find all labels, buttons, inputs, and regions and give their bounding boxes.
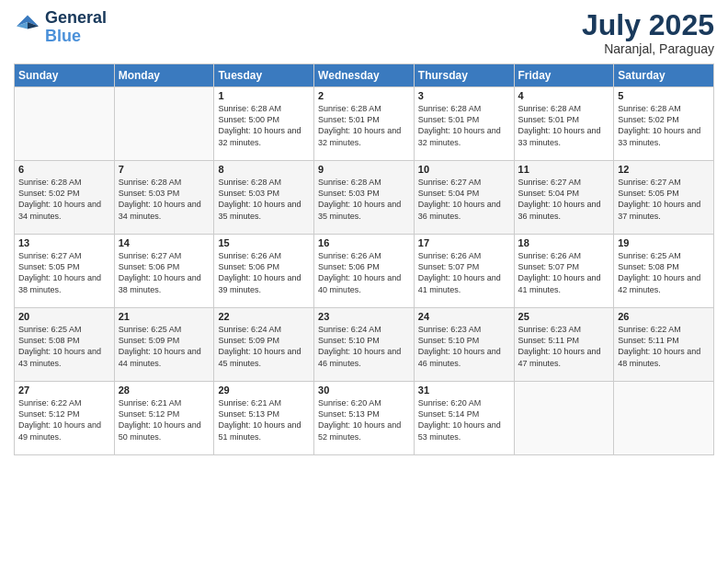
- cell-info: Sunrise: 6:28 AM Sunset: 5:03 PM Dayligh…: [318, 177, 410, 222]
- cell-info: Sunrise: 6:28 AM Sunset: 5:01 PM Dayligh…: [518, 103, 610, 148]
- calendar-cell: 31Sunrise: 6:20 AM Sunset: 5:14 PM Dayli…: [414, 382, 514, 455]
- cell-info: Sunrise: 6:27 AM Sunset: 5:04 PM Dayligh…: [518, 177, 610, 222]
- day-number: 28: [119, 385, 210, 396]
- calendar-cell: [614, 382, 714, 455]
- cell-info: Sunrise: 6:24 AM Sunset: 5:10 PM Dayligh…: [318, 324, 410, 369]
- logo-text: General Blue: [45, 9, 107, 46]
- cell-info: Sunrise: 6:28 AM Sunset: 5:01 PM Dayligh…: [318, 103, 410, 148]
- day-number: 16: [318, 237, 410, 248]
- cell-info: Sunrise: 6:25 AM Sunset: 5:08 PM Dayligh…: [18, 324, 110, 369]
- cell-info: Sunrise: 6:28 AM Sunset: 5:03 PM Dayligh…: [218, 177, 310, 222]
- day-number: 13: [18, 237, 110, 248]
- calendar-cell: 7Sunrise: 6:28 AM Sunset: 5:03 PM Daylig…: [114, 161, 214, 235]
- cell-info: Sunrise: 6:27 AM Sunset: 5:04 PM Dayligh…: [418, 177, 510, 222]
- cell-info: Sunrise: 6:28 AM Sunset: 5:02 PM Dayligh…: [18, 177, 110, 222]
- cell-info: Sunrise: 6:22 AM Sunset: 5:11 PM Dayligh…: [618, 324, 710, 369]
- header-row: Sunday Monday Tuesday Wednesday Thursday…: [15, 64, 714, 87]
- day-number: 29: [218, 385, 310, 396]
- calendar-cell: 15Sunrise: 6:26 AM Sunset: 5:06 PM Dayli…: [214, 235, 314, 308]
- logo: General Blue: [14, 9, 107, 46]
- cell-info: Sunrise: 6:21 AM Sunset: 5:12 PM Dayligh…: [119, 397, 210, 442]
- day-number: 11: [518, 164, 610, 175]
- day-number: 23: [318, 311, 410, 322]
- calendar-cell: 27Sunrise: 6:22 AM Sunset: 5:12 PM Dayli…: [15, 382, 115, 455]
- calendar-cell: [514, 382, 614, 455]
- day-number: 12: [618, 164, 710, 175]
- logo-line2: Blue: [45, 27, 81, 45]
- calendar-week-5: 27Sunrise: 6:22 AM Sunset: 5:12 PM Dayli…: [15, 382, 714, 455]
- calendar-cell: [114, 87, 214, 161]
- calendar-table: Sunday Monday Tuesday Wednesday Thursday…: [14, 63, 714, 455]
- calendar-cell: 14Sunrise: 6:27 AM Sunset: 5:06 PM Dayli…: [114, 235, 214, 308]
- calendar-cell: 18Sunrise: 6:26 AM Sunset: 5:07 PM Dayli…: [514, 235, 614, 308]
- calendar-cell: 28Sunrise: 6:21 AM Sunset: 5:12 PM Dayli…: [114, 382, 214, 455]
- col-friday: Friday: [514, 64, 614, 87]
- calendar-cell: 22Sunrise: 6:24 AM Sunset: 5:09 PM Dayli…: [214, 308, 314, 382]
- day-number: 18: [518, 237, 610, 248]
- day-number: 10: [418, 164, 510, 175]
- cell-info: Sunrise: 6:27 AM Sunset: 5:05 PM Dayligh…: [618, 177, 710, 222]
- day-number: 9: [318, 164, 410, 175]
- day-number: 17: [418, 237, 510, 248]
- calendar-cell: 11Sunrise: 6:27 AM Sunset: 5:04 PM Dayli…: [514, 161, 614, 235]
- day-number: 5: [618, 90, 710, 101]
- cell-info: Sunrise: 6:28 AM Sunset: 5:02 PM Dayligh…: [618, 103, 710, 148]
- calendar-cell: 30Sunrise: 6:20 AM Sunset: 5:13 PM Dayli…: [314, 382, 415, 455]
- calendar-week-3: 13Sunrise: 6:27 AM Sunset: 5:05 PM Dayli…: [15, 235, 714, 308]
- calendar-cell: 13Sunrise: 6:27 AM Sunset: 5:05 PM Dayli…: [15, 235, 115, 308]
- header: General Blue July 2025 Naranjal, Paragua…: [14, 9, 714, 56]
- day-number: 24: [418, 311, 510, 322]
- col-saturday: Saturday: [614, 64, 714, 87]
- day-number: 8: [218, 164, 310, 175]
- calendar-week-1: 1Sunrise: 6:28 AM Sunset: 5:00 PM Daylig…: [15, 87, 714, 161]
- day-number: 4: [518, 90, 610, 101]
- day-number: 14: [119, 237, 210, 248]
- calendar-page: General Blue July 2025 Naranjal, Paragua…: [0, 0, 728, 563]
- day-number: 21: [119, 311, 210, 322]
- logo-line1: General: [45, 9, 107, 28]
- day-number: 25: [518, 311, 610, 322]
- calendar-body: 1Sunrise: 6:28 AM Sunset: 5:00 PM Daylig…: [15, 87, 714, 455]
- calendar-cell: 6Sunrise: 6:28 AM Sunset: 5:02 PM Daylig…: [15, 161, 115, 235]
- col-monday: Monday: [114, 64, 214, 87]
- cell-info: Sunrise: 6:27 AM Sunset: 5:05 PM Dayligh…: [18, 250, 110, 295]
- calendar-cell: 21Sunrise: 6:25 AM Sunset: 5:09 PM Dayli…: [114, 308, 214, 382]
- col-tuesday: Tuesday: [214, 64, 314, 87]
- calendar-cell: 29Sunrise: 6:21 AM Sunset: 5:13 PM Dayli…: [214, 382, 314, 455]
- cell-info: Sunrise: 6:26 AM Sunset: 5:06 PM Dayligh…: [318, 250, 410, 295]
- calendar-header: Sunday Monday Tuesday Wednesday Thursday…: [15, 64, 714, 87]
- cell-info: Sunrise: 6:20 AM Sunset: 5:14 PM Dayligh…: [418, 397, 510, 442]
- calendar-cell: 1Sunrise: 6:28 AM Sunset: 5:00 PM Daylig…: [214, 87, 314, 161]
- cell-info: Sunrise: 6:26 AM Sunset: 5:07 PM Dayligh…: [518, 250, 610, 295]
- day-number: 27: [18, 385, 110, 396]
- day-number: 31: [418, 385, 510, 396]
- cell-info: Sunrise: 6:22 AM Sunset: 5:12 PM Dayligh…: [18, 397, 110, 442]
- location-subtitle: Naranjal, Paraguay: [582, 41, 714, 56]
- calendar-cell: [15, 87, 115, 161]
- logo-icon: [14, 14, 41, 41]
- col-thursday: Thursday: [414, 64, 514, 87]
- day-number: 3: [418, 90, 510, 101]
- cell-info: Sunrise: 6:28 AM Sunset: 5:00 PM Dayligh…: [218, 103, 310, 148]
- cell-info: Sunrise: 6:21 AM Sunset: 5:13 PM Dayligh…: [218, 397, 310, 442]
- day-number: 19: [618, 237, 710, 248]
- day-number: 6: [18, 164, 110, 175]
- calendar-cell: 26Sunrise: 6:22 AM Sunset: 5:11 PM Dayli…: [614, 308, 714, 382]
- calendar-week-2: 6Sunrise: 6:28 AM Sunset: 5:02 PM Daylig…: [15, 161, 714, 235]
- calendar-cell: 3Sunrise: 6:28 AM Sunset: 5:01 PM Daylig…: [414, 87, 514, 161]
- day-number: 22: [218, 311, 310, 322]
- calendar-cell: 4Sunrise: 6:28 AM Sunset: 5:01 PM Daylig…: [514, 87, 614, 161]
- day-number: 1: [218, 90, 310, 101]
- day-number: 30: [318, 385, 410, 396]
- calendar-week-4: 20Sunrise: 6:25 AM Sunset: 5:08 PM Dayli…: [15, 308, 714, 382]
- calendar-cell: 20Sunrise: 6:25 AM Sunset: 5:08 PM Dayli…: [15, 308, 115, 382]
- cell-info: Sunrise: 6:26 AM Sunset: 5:07 PM Dayligh…: [418, 250, 510, 295]
- cell-info: Sunrise: 6:26 AM Sunset: 5:06 PM Dayligh…: [218, 250, 310, 295]
- cell-info: Sunrise: 6:24 AM Sunset: 5:09 PM Dayligh…: [218, 324, 310, 369]
- col-wednesday: Wednesday: [314, 64, 415, 87]
- calendar-cell: 9Sunrise: 6:28 AM Sunset: 5:03 PM Daylig…: [314, 161, 415, 235]
- day-number: 15: [218, 237, 310, 248]
- col-sunday: Sunday: [15, 64, 115, 87]
- cell-info: Sunrise: 6:25 AM Sunset: 5:08 PM Dayligh…: [618, 250, 710, 295]
- day-number: 7: [119, 164, 210, 175]
